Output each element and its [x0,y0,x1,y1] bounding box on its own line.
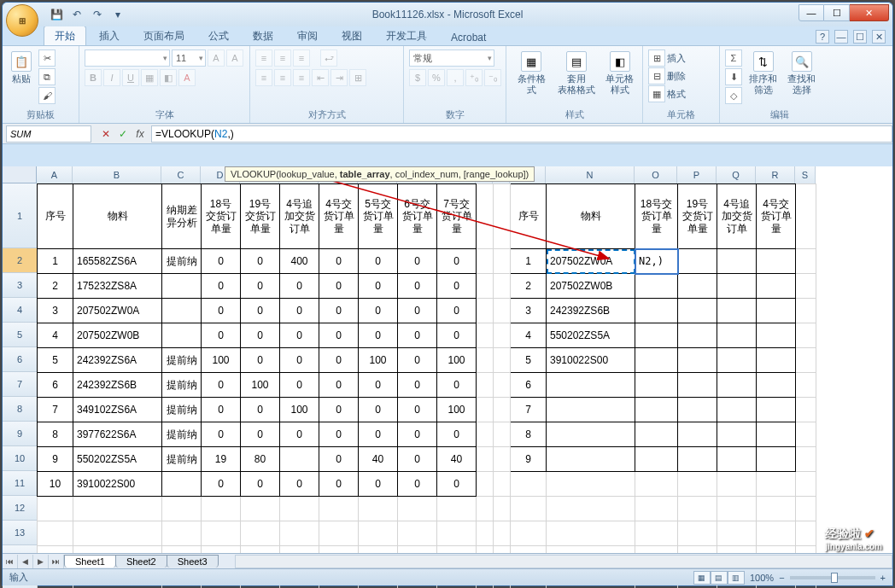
cell-M4[interactable]: 3 [511,299,547,323]
horizontal-scrollbar[interactable] [235,555,892,568]
col-header-O[interactable]: O [635,166,677,183]
cell-A12[interactable] [38,497,73,521]
cell-Q6[interactable] [717,348,757,373]
name-box[interactable]: SUM [6,125,91,143]
cell-P2[interactable] [678,249,717,274]
cell-R10[interactable] [757,447,796,472]
wrap-text-icon[interactable]: ⮐ [320,49,337,67]
cell-Q10[interactable] [717,447,757,472]
cell-M9[interactable]: 8 [511,422,547,447]
cell-L12[interactable] [494,497,511,521]
cell-B3[interactable]: 175232ZS8A [73,274,162,299]
cell-R6[interactable] [757,348,796,373]
cell-E3[interactable]: 0 [241,274,280,299]
cell-B9[interactable]: 3977622S6A [73,422,162,447]
underline-button[interactable]: U [122,69,139,86]
cell-H13[interactable] [359,521,398,546]
cell-H12[interactable] [359,497,398,521]
cell-D8[interactable]: 0 [202,398,241,422]
cell-B11[interactable]: 3910022S00 [73,472,162,497]
cell-G1[interactable]: 4号交货订单量 [319,184,359,249]
cell-M12[interactable] [511,497,547,521]
autosum-icon[interactable]: Σ [725,49,742,67]
cell-C3[interactable] [162,274,202,299]
cell-J9[interactable]: 0 [437,422,477,447]
copy-icon[interactable]: ⧉ [38,68,56,85]
increase-decimal-icon[interactable]: ⁺₀ [465,69,483,86]
cell-C2[interactable]: 提前纳 [162,249,202,274]
cell-N6[interactable]: 3910022S00 [547,348,635,373]
cell-L10[interactable] [494,447,511,472]
cell-Q2[interactable] [717,249,757,274]
cell-R7[interactable] [757,373,796,398]
cell-A5[interactable]: 4 [38,323,73,348]
cell-C13[interactable] [162,521,202,546]
tab-view[interactable]: 视图 [331,26,373,45]
cell-J1[interactable]: 7号交货订单量 [437,184,477,249]
row-header-8[interactable]: 8 [3,397,37,422]
cell-S12[interactable] [796,497,816,521]
col-header-B[interactable]: B [73,166,161,183]
cell-M11[interactable] [511,472,547,497]
cell-D6[interactable]: 100 [202,348,241,373]
cell-N9[interactable] [547,422,635,447]
cell-S8[interactable] [796,398,816,422]
cell-E6[interactable]: 0 [241,348,280,373]
cell-A9[interactable]: 8 [38,422,73,447]
cell-C7[interactable]: 提前纳 [162,373,202,398]
cell-L9[interactable] [494,422,511,447]
cell-E8[interactable]: 0 [241,398,280,422]
col-header-P[interactable]: P [677,166,717,183]
cell-F9[interactable]: 0 [280,422,319,447]
workbook-min-icon[interactable]: — [834,30,848,44]
cell-M13[interactable] [511,521,547,546]
cell-R4[interactable] [757,299,796,323]
cell-G3[interactable]: 0 [319,274,359,299]
cell-L2[interactable] [494,249,511,274]
col-header-A[interactable]: A [37,166,73,183]
cell-S9[interactable] [796,422,816,447]
cell-E7[interactable]: 100 [241,373,280,398]
qat-more-icon[interactable]: ▾ [110,7,126,22]
cell-K10[interactable] [477,447,494,472]
shrink-font-icon[interactable]: A [226,49,243,67]
cell-H3[interactable]: 0 [359,274,398,299]
tab-review[interactable]: 审阅 [286,26,329,45]
cell-N1[interactable]: 物料 [547,184,635,249]
cell-K5[interactable] [477,323,494,348]
cell-D1[interactable]: 18号交货订单量 [202,184,241,249]
cell-D9[interactable]: 0 [202,422,241,447]
cell-I5[interactable]: 0 [398,323,437,348]
cell-Q1[interactable]: 4号追加交货订单 [717,184,757,249]
tab-insert[interactable]: 插入 [88,26,131,45]
cell-N8[interactable] [547,398,635,422]
cell-S10[interactable] [796,447,816,472]
cell-L5[interactable] [494,323,511,348]
cell-F12[interactable] [280,497,319,521]
decrease-decimal-icon[interactable]: ⁻₀ [484,69,501,86]
cell-M5[interactable]: 4 [511,323,547,348]
cell-D4[interactable]: 0 [202,299,241,323]
cell-D13[interactable] [202,521,241,546]
workbook-close-icon[interactable]: ✕ [872,30,886,44]
cell-S4[interactable] [796,299,816,323]
row-header-3[interactable]: 3 [3,273,37,298]
cell-R2[interactable] [757,249,796,274]
sheet-tab-1[interactable]: Sheet1 [64,555,116,568]
align-middle-icon[interactable]: ≡ [274,49,291,67]
cell-D5[interactable]: 0 [202,323,241,348]
clear-icon[interactable]: ◇ [725,87,742,104]
cell-P1[interactable]: 19号交货订单量 [678,184,717,249]
cell-L4[interactable] [494,299,511,323]
cell-N2[interactable]: 207502ZW0A [547,249,635,274]
cell-Q8[interactable] [717,398,757,422]
zoom-percent[interactable]: 100% [750,573,774,583]
cell-R11[interactable] [757,472,796,497]
cell-F1[interactable]: 4号追加交货订单 [280,184,319,249]
cell-G13[interactable] [319,521,359,546]
paste-button[interactable]: 📋粘贴 [8,49,35,86]
cell-J8[interactable]: 100 [437,398,477,422]
cell-F5[interactable]: 0 [280,323,319,348]
cell-H11[interactable]: 0 [359,472,398,497]
close-button[interactable]: ✕ [850,4,889,21]
